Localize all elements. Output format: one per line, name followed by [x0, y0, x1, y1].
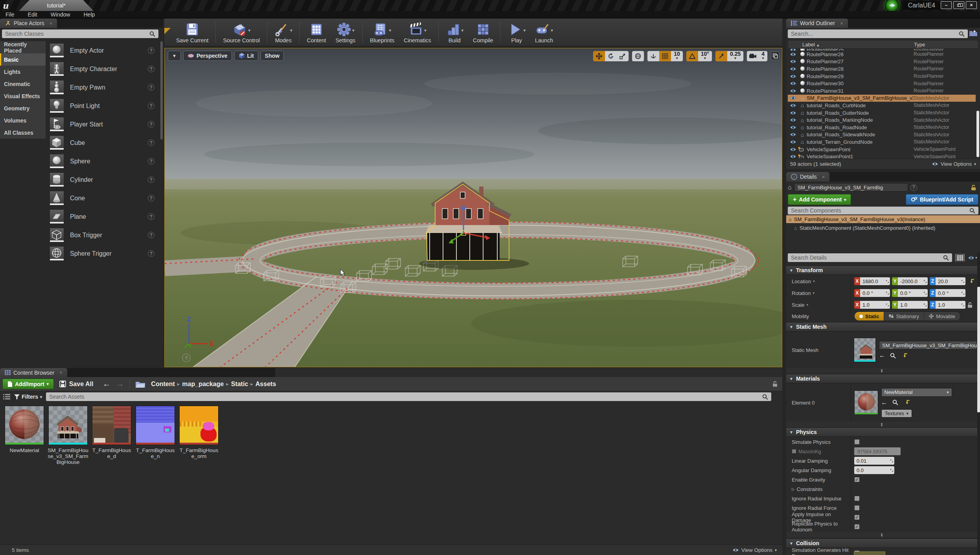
search-details-input[interactable]: Search Details	[788, 253, 952, 262]
column-type[interactable]: Type	[914, 42, 925, 48]
outliner-row-tutorial_roads_gutternode[interactable]: ⌂ tutorial_Roads_GutterNode StaticMeshAc…	[788, 109, 976, 117]
visibility-eye-icon[interactable]	[788, 74, 798, 79]
apply-impulse-on-damage-checkbox[interactable]: ✓	[854, 515, 860, 520]
visibility-eye-icon[interactable]	[788, 59, 798, 64]
sources-panel-icon[interactable]	[3, 394, 10, 400]
new-folder-icon[interactable]	[969, 29, 978, 38]
menu-file[interactable]: File	[6, 11, 15, 18]
rotation-label[interactable]: Rotation▾	[786, 287, 851, 299]
place-item-sphere[interactable]: Sphere ?	[46, 152, 160, 170]
help-icon[interactable]: ?	[148, 250, 154, 257]
outliner-row-tutorial_roads_curbnode[interactable]: ⌂ tutorial_Roads_CurbNode StaticMeshActo…	[788, 102, 976, 109]
ignore-radial-force-checkbox[interactable]	[854, 505, 860, 511]
lock-scale-icon[interactable]	[967, 302, 973, 308]
rotation-snap-value-button[interactable]: 10°▾	[698, 51, 712, 61]
place-item-cone[interactable]: Cone ?	[46, 189, 160, 207]
content-view-options-button[interactable]: View Options ▾	[732, 547, 777, 553]
expand-section-chevron[interactable]: ▾▾	[786, 422, 977, 427]
location-z-field[interactable]: Z20.0	[930, 277, 965, 285]
perspective-button[interactable]: Perspective	[183, 51, 232, 61]
visibility-eye-icon[interactable]	[788, 140, 798, 144]
tab-details[interactable]: i Details ×	[786, 172, 829, 181]
property-label[interactable]: ▷Constraints	[786, 484, 851, 494]
breadcrumb-static[interactable]: Static	[231, 381, 248, 388]
category-visual-effects[interactable]: Visual Effects	[0, 90, 46, 102]
static-mesh-dropdown[interactable]: SM_FarmBigHouse_v3_SM_FarmBigHous▾	[879, 341, 977, 350]
outliner-row-sm_farmbighouse_v3_sm_farmbighouse_v3[interactable]: ⌂ SM_FarmBigHouse_v3_SM_FarmBigHouse_v3 …	[788, 95, 976, 102]
asset-t_farmbighouse_d[interactable]: T_FarmBigHouse_d	[92, 406, 131, 465]
surface-snap-button[interactable]	[647, 51, 659, 61]
find-in-browser-icon[interactable]	[890, 353, 896, 359]
toolbar-compile-button[interactable]: Compile	[468, 20, 498, 44]
place-item-point-light[interactable]: Point Light ?	[46, 97, 160, 115]
restore-button[interactable]	[953, 1, 964, 9]
world-local-space-button[interactable]	[632, 51, 644, 61]
outliner-row-routeplanner27[interactable]: RoutePlanner27 RoutePlanner	[788, 58, 976, 66]
filters-button[interactable]: Filters ▾	[14, 394, 42, 400]
outliner-row-routeplanner29[interactable]: RoutePlanner29 RoutePlanner	[788, 73, 976, 80]
property-matrix-icon[interactable]	[954, 253, 965, 262]
rotate-tool-button[interactable]	[605, 51, 617, 61]
location-x-field[interactable]: X1680.0	[854, 277, 890, 285]
viewport[interactable]: Z X Y ? ▼ Perspective Lit Show	[164, 48, 782, 367]
back-button[interactable]: ←	[103, 379, 110, 388]
folder-icon[interactable]	[135, 380, 145, 388]
property-label[interactable]: Angular Damping	[786, 465, 851, 475]
static-mesh-thumbnail[interactable]	[854, 338, 876, 362]
visibility-eye-icon[interactable]	[788, 81, 798, 86]
viewport-options-dropdown[interactable]: ▼	[168, 51, 181, 61]
help-icon[interactable]: ?	[148, 139, 154, 146]
close-icon[interactable]: ×	[822, 174, 825, 180]
asset-t_farmbighouse_n[interactable]: T_FarmBigHouse_n	[136, 406, 175, 465]
scale-snap-toggle[interactable]	[715, 51, 727, 61]
rotation-y-field[interactable]: Y0.0 °	[892, 289, 928, 297]
tab-world-outliner[interactable]: World Outliner ×	[786, 18, 848, 28]
tab-content-browser[interactable]: Content Browser ×	[0, 368, 67, 377]
close-icon[interactable]: ×	[50, 20, 53, 26]
place-item-empty-character[interactable]: Empty Character ?	[46, 60, 160, 78]
lock-icon[interactable]	[971, 185, 976, 190]
textures-dropdown-button[interactable]: Textures▾	[881, 409, 912, 418]
lock-icon[interactable]	[772, 381, 778, 387]
place-item-sphere-trigger[interactable]: Sphere Trigger ?	[46, 244, 160, 263]
element-0-label[interactable]: Element 0	[786, 384, 851, 421]
camera-speed-button[interactable]	[747, 51, 759, 61]
category-lights[interactable]: Lights	[0, 66, 46, 78]
visibility-eye-icon[interactable]	[788, 125, 798, 130]
section-collision[interactable]: ▼Collision	[786, 539, 977, 548]
outliner-row-routeplanner30[interactable]: RoutePlanner30 RoutePlanner	[788, 80, 976, 87]
property-label[interactable]: Ignore Radial Impulse	[786, 494, 851, 503]
toolbar-modes-button[interactable]: ▾Modes	[270, 20, 297, 44]
toolbar-launch-button[interactable]: ▾Launch	[530, 20, 558, 44]
add-component-button[interactable]: + Add Component ▾	[788, 194, 851, 205]
help-icon[interactable]: ?	[148, 195, 154, 201]
section-transform[interactable]: ▼Transform	[786, 266, 977, 275]
visibility-eye-icon[interactable]	[788, 67, 798, 71]
toolbar-cinematics-button[interactable]: ▾Cinematics	[399, 20, 436, 44]
property-label[interactable]: Enable Gravity	[786, 475, 851, 484]
visibility-eye-icon[interactable]	[788, 154, 798, 158]
outliner-row-routeplanner31[interactable]: RoutePlanner31 RoutePlanner	[788, 87, 976, 95]
component-inherited-row[interactable]: ⌂ StaticMeshComponent (StaticMeshCompone…	[794, 224, 980, 232]
help-icon[interactable]: ?	[148, 103, 154, 109]
toolbar-settings-button[interactable]: ▾Settings	[331, 20, 360, 44]
browse-to-asset-icon[interactable]: ←	[879, 352, 885, 359]
visibility-eye-icon[interactable]	[788, 89, 798, 93]
visibility-eye-icon[interactable]	[788, 52, 798, 57]
place-item-player-start[interactable]: Player Start ?	[46, 115, 160, 134]
help-icon[interactable]: ?	[148, 66, 154, 72]
place-item-plane[interactable]: Plane ?	[46, 207, 160, 226]
outliner-row-routeplanner28[interactable]: RoutePlanner28 RoutePlanner	[788, 65, 976, 73]
outliner-row-vehiclespawnpoint1[interactable]: VehicleSpawnPoint1 VehicleSpawnPoint	[788, 153, 976, 158]
place-actors-scrollbar[interactable]	[160, 41, 163, 139]
breadcrumb-assets[interactable]: Assets	[256, 381, 276, 388]
maximize-viewport-button[interactable]	[771, 51, 780, 60]
column-label[interactable]: Label	[802, 42, 815, 48]
static-mesh-label[interactable]: Static Mesh	[786, 332, 851, 368]
material-thumbnail[interactable]	[854, 390, 878, 415]
details-view-options-button[interactable]: ▾	[967, 253, 978, 262]
category-cinematic[interactable]: Cinematic	[0, 78, 46, 90]
help-icon[interactable]: ?	[148, 158, 154, 165]
browse-to-asset-icon[interactable]: ←	[881, 399, 888, 406]
help-icon[interactable]: ?	[148, 176, 154, 183]
